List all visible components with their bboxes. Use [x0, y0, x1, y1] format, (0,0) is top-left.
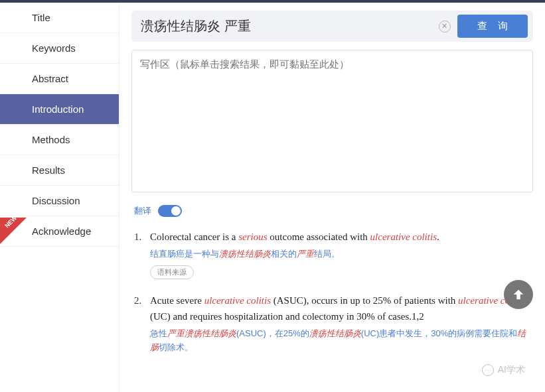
- result-body: Colorectal cancer is a serious outcome a…: [150, 229, 530, 279]
- translate-row: 翻译: [134, 205, 533, 217]
- sidebar-item-discussion[interactable]: Discussion: [0, 186, 119, 216]
- result-chinese: 结直肠癌是一种与溃疡性结肠炎相关的严重结局。: [150, 247, 530, 261]
- watermark: ⋯ AI学术: [482, 364, 525, 376]
- main-panel: ✕ 查 询 翻译 1.Colorectal cancer is a seriou…: [119, 3, 545, 392]
- results-list: 1.Colorectal cancer is a serious outcome…: [131, 229, 533, 355]
- sidebar-item-keywords[interactable]: Keywords: [0, 33, 119, 64]
- result-number: 2.: [134, 293, 150, 355]
- result-body: Acute severe ulcerative colitis (ASUC), …: [150, 293, 530, 355]
- sidebar-item-abstract[interactable]: Abstract: [0, 64, 119, 94]
- result-item[interactable]: 1.Colorectal cancer is a serious outcome…: [134, 229, 530, 279]
- sidebar-item-title[interactable]: Title: [0, 3, 119, 33]
- source-chip[interactable]: 语料来源: [150, 265, 194, 280]
- search-row: ✕ 查 询: [131, 11, 533, 42]
- result-number: 1.: [134, 229, 150, 279]
- sidebar-item-results[interactable]: Results: [0, 155, 119, 186]
- writing-area[interactable]: [131, 50, 533, 192]
- sidebar: TitleKeywordsAbstractIntroductionMethods…: [0, 3, 119, 392]
- scroll-top-button[interactable]: [504, 280, 533, 309]
- result-english: Colorectal cancer is a serious outcome a…: [150, 229, 530, 245]
- translate-label: 翻译: [134, 205, 151, 217]
- query-button[interactable]: 查 询: [457, 15, 528, 38]
- clear-icon[interactable]: ✕: [439, 21, 451, 33]
- wechat-icon: ⋯: [482, 364, 494, 376]
- result-item[interactable]: 2.Acute severe ulcerative colitis (ASUC)…: [134, 293, 530, 355]
- new-badge: NEW: [0, 218, 27, 244]
- search-input[interactable]: [141, 19, 439, 34]
- translate-toggle[interactable]: [158, 205, 182, 217]
- sidebar-item-introduction[interactable]: Introduction: [0, 94, 119, 125]
- result-chinese: 急性严重溃疡性结肠炎(ASUC)，在25%的溃疡性结肠炎(UC)患者中发生，30…: [150, 327, 530, 355]
- result-english: Acute severe ulcerative colitis (ASUC), …: [150, 293, 530, 324]
- sidebar-item-methods[interactable]: Methods: [0, 125, 119, 155]
